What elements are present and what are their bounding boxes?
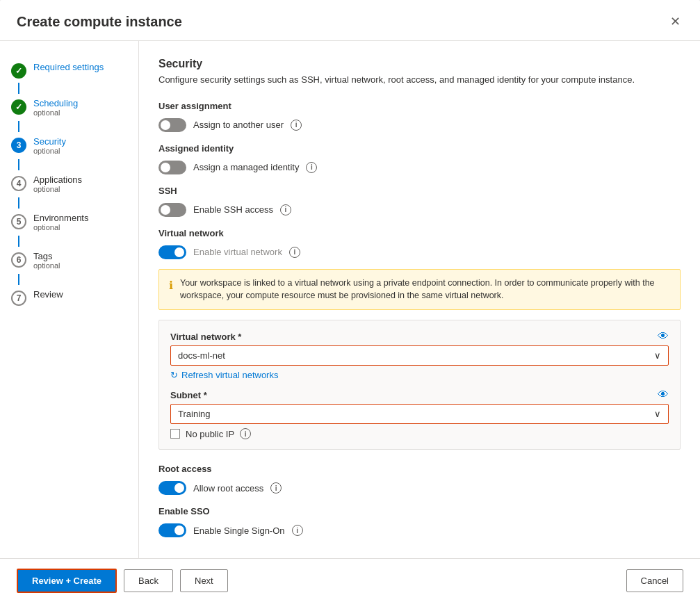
vnet-dropdown-arrow: ∨ <box>654 350 661 361</box>
sso-toggle[interactable] <box>158 523 186 537</box>
step-connector-2 <box>18 121 19 132</box>
subnet-dropdown-value: Training <box>178 409 210 419</box>
cancel-button[interactable]: Cancel <box>626 569 683 592</box>
sidebar-item-security[interactable]: 3 Security optional <box>0 132 138 159</box>
subnet-field-label: Subnet * <box>170 390 207 400</box>
dialog-header: Create compute instance ✕ <box>0 0 700 41</box>
vnet-field-label: Virtual network * <box>170 332 241 342</box>
assign-identity-toggle[interactable] <box>158 161 186 174</box>
ssh-toggle-knob <box>161 205 170 215</box>
ssh-info-icon[interactable]: i <box>280 204 291 215</box>
sidebar-item-environments[interactable]: 5 Environments optional <box>0 209 138 236</box>
assign-identity-info-icon[interactable]: i <box>306 162 317 173</box>
step-name-5: Environments <box>33 213 88 223</box>
sso-label: Enable SSO <box>158 506 681 516</box>
no-public-ip-label: No public IP <box>186 429 234 439</box>
sso-row: Enable Single Sign-On i <box>158 523 681 537</box>
step-icon-4: 4 <box>11 176 26 191</box>
vnet-warning-box: ℹ Your workspace is linked to a virtual … <box>158 269 681 311</box>
assigned-identity-label: Assigned identity <box>158 143 681 154</box>
root-access-label: Root access <box>158 464 681 474</box>
step-icon-3: 3 <box>11 138 26 153</box>
assigned-identity-row: Assign a managed identity i <box>158 161 681 174</box>
sso-info-icon[interactable]: i <box>292 525 303 536</box>
subnet-dropdown[interactable]: Training ∨ <box>170 404 669 424</box>
warning-icon: ℹ <box>169 277 173 294</box>
no-public-ip-row: No public IP i <box>170 428 669 439</box>
sidebar-item-required-settings[interactable]: ✓ Required settings <box>0 58 138 83</box>
step-sub-6: optional <box>33 261 60 270</box>
step-icon-2: ✓ <box>11 99 26 115</box>
step-connector-1 <box>18 83 19 94</box>
sidebar-item-tags[interactable]: 6 Tags optional <box>0 247 138 274</box>
ssh-toggle[interactable] <box>158 203 186 217</box>
section-title: Security <box>158 58 681 70</box>
ssh-toggle-label: Enable SSH access <box>193 204 273 215</box>
create-compute-dialog: Create compute instance ✕ ✓ Required set… <box>0 0 700 595</box>
step-name-2: Scheduling <box>33 98 78 108</box>
sidebar-item-scheduling[interactable]: ✓ Scheduling optional <box>0 94 138 121</box>
subnet-field-row: Subnet * 👁 <box>170 389 669 401</box>
close-button[interactable]: ✕ <box>667 13 683 31</box>
step-sub-2: optional <box>33 108 78 117</box>
assign-user-toggle[interactable] <box>158 118 186 132</box>
root-access-toggle[interactable] <box>158 481 186 495</box>
refresh-vnet-link[interactable]: ↻ Refresh virtual networks <box>170 370 669 380</box>
step-connector-4 <box>18 197 19 209</box>
sidebar: ✓ Required settings ✓ Scheduling optiona… <box>0 41 139 558</box>
step-connector-5 <box>18 236 19 247</box>
dialog-title: Create compute instance <box>17 14 182 30</box>
user-assignment-label: User assignment <box>158 101 681 111</box>
dialog-footer: Review + Create Back Next Cancel <box>0 558 700 595</box>
step-name-6: Tags <box>33 251 60 261</box>
step-name-4: Applications <box>33 174 82 185</box>
refresh-icon: ↻ <box>170 370 178 380</box>
vnet-field-row: Virtual network * 👁 <box>170 330 669 343</box>
assign-user-toggle-label: Assign to another user <box>193 120 284 130</box>
back-button[interactable]: Back <box>124 569 173 592</box>
vnet-eye-icon[interactable]: 👁 <box>658 330 669 343</box>
user-assignment-row: Assign to another user i <box>158 118 681 132</box>
step-connector-6 <box>18 274 19 285</box>
step-connector-3 <box>18 159 19 170</box>
vnet-warning-text: Your workspace is linked to a virtual ne… <box>180 277 670 303</box>
vnet-dropdown-value: docs-ml-net <box>178 350 225 361</box>
vnet-toggle[interactable] <box>158 245 186 259</box>
assign-user-toggle-knob <box>161 120 170 130</box>
assign-user-info-icon[interactable]: i <box>291 120 302 131</box>
sso-toggle-knob <box>174 525 184 535</box>
refresh-vnet-label: Refresh virtual networks <box>181 370 278 380</box>
step-icon-1: ✓ <box>11 63 26 79</box>
vnet-dropdown[interactable]: docs-ml-net ∨ <box>170 345 669 366</box>
main-content: Security Configure security settings suc… <box>139 41 700 558</box>
root-access-info-icon[interactable]: i <box>270 482 282 494</box>
section-desc: Configure security settings such as SSH,… <box>158 73 681 87</box>
vnet-section-label: Virtual network <box>158 228 681 238</box>
step-name-3: Security <box>33 136 66 147</box>
ssh-label: SSH <box>158 186 681 196</box>
vnet-toggle-row: Enable virtual network i <box>158 245 681 259</box>
ssh-row: Enable SSH access i <box>158 203 681 217</box>
step-sub-3: optional <box>33 147 66 155</box>
step-name-1: Required settings <box>33 62 104 72</box>
subnet-eye-icon[interactable]: 👁 <box>658 389 669 401</box>
sidebar-item-review[interactable]: 7 Review <box>0 285 138 310</box>
dialog-body: ✓ Required settings ✓ Scheduling optiona… <box>0 41 700 558</box>
sso-toggle-label: Enable Single Sign-On <box>193 525 285 536</box>
step-icon-5: 5 <box>11 214 26 229</box>
subnet-dropdown-arrow: ∨ <box>654 409 661 419</box>
step-name-7: Review <box>33 289 63 300</box>
assign-identity-toggle-label: Assign a managed identity <box>193 162 299 172</box>
sidebar-item-applications[interactable]: 4 Applications optional <box>0 170 138 197</box>
step-icon-6: 6 <box>11 252 26 268</box>
no-public-ip-info-icon[interactable]: i <box>240 428 251 439</box>
assign-identity-toggle-knob <box>161 163 170 172</box>
root-access-toggle-knob <box>174 483 184 493</box>
review-create-button[interactable]: Review + Create <box>17 569 117 593</box>
vnet-section-box: Virtual network * 👁 docs-ml-net ∨ ↻ Refr… <box>158 320 681 450</box>
next-button[interactable]: Next <box>180 569 228 592</box>
step-sub-4: optional <box>33 185 82 193</box>
no-public-ip-checkbox[interactable] <box>170 429 180 439</box>
root-access-toggle-label: Allow root access <box>193 483 263 494</box>
vnet-info-icon[interactable]: i <box>289 247 300 258</box>
